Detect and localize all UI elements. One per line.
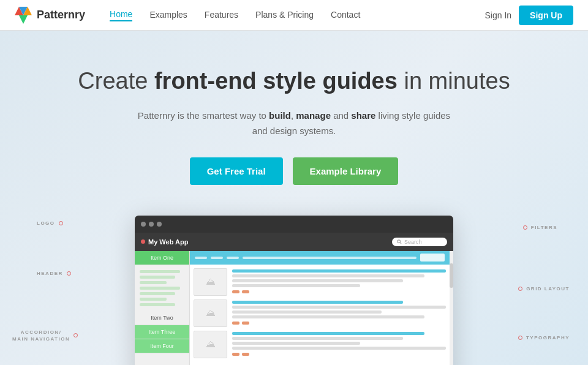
logo-text: Patternry (37, 9, 85, 21)
nav-features[interactable]: Features (205, 10, 238, 21)
annotation-filters-dot (523, 225, 527, 230)
sign-up-button[interactable]: Sign Up (519, 6, 573, 25)
annotation-grid: GRID LAYOUT (518, 286, 570, 292)
nav-right: Sign In Sign Up (485, 6, 573, 25)
card-image-icon-2: ⛰ (206, 307, 216, 318)
sign-in-link[interactable]: Sign In (485, 10, 512, 20)
browser-content: Item One Item Two (135, 251, 453, 365)
browser-search: Search (392, 238, 447, 246)
logo-area: Patternry (15, 7, 85, 24)
nav-examples[interactable]: Examples (149, 10, 187, 21)
card-tags-1 (232, 290, 446, 293)
browser-dots (141, 222, 162, 227)
annotation-header: HEADER (37, 271, 71, 276)
annotation-accordion-dot (74, 333, 78, 337)
sidebar-item-two: Item Two (135, 311, 189, 325)
sidebar-nav: Item One Item Two (135, 251, 190, 365)
content-card-1: ⛰ (194, 268, 446, 296)
get-free-trial-button[interactable]: Get Free Trial (190, 157, 283, 185)
card-image-icon-1: ⛰ (206, 276, 216, 287)
card-image-icon-3: ⛰ (206, 339, 216, 350)
hero-title: Create front-end style guides in minutes (0, 67, 588, 96)
app-title: My Web App (141, 238, 188, 246)
nav-home[interactable]: Home (110, 9, 132, 21)
hero-buttons: Get Free Trial Example Library (0, 157, 588, 185)
nav-links: Home Examples Features Plans & Pricing C… (110, 9, 484, 21)
annotation-accordion: ACCORDION/MAIN NAVIGATION (12, 329, 78, 342)
logo-icon (15, 7, 32, 24)
sidebar-item-one: Item One (135, 251, 189, 265)
browser-titlebar (135, 216, 453, 233)
browser-appbar: My Web App Search (135, 233, 453, 251)
annotation-typography-dot (518, 336, 522, 340)
scrollbar-thumb (450, 263, 453, 288)
svg-point-4 (398, 239, 401, 243)
hero-subtitle: Patternry is the smartest way to build, … (135, 108, 453, 139)
nav-plans-pricing[interactable]: Plans & Pricing (255, 10, 314, 21)
browser-dot-2 (149, 222, 154, 227)
annotation-logo: LOGO (37, 220, 63, 226)
sidebar-item-four: Item Four (135, 339, 189, 353)
main-header-bar (190, 251, 450, 265)
sidebar-item-three: Item Three (135, 325, 189, 339)
browser-dot-1 (141, 222, 146, 227)
content-card-2: ⛰ (194, 299, 446, 327)
card-lines-1 (232, 268, 446, 293)
card-lines-3 (232, 331, 446, 356)
navbar: Patternry Home Examples Features Plans &… (0, 0, 588, 31)
annotation-filters: FILTERS (523, 225, 557, 230)
scrollbar (450, 251, 453, 365)
sidebar-text-lines (135, 265, 189, 311)
search-icon (397, 239, 402, 244)
app-title-dot (141, 239, 145, 244)
annotation-typography: TYPOGRAPHY (518, 335, 570, 341)
content-cards: ⛰ (190, 265, 450, 362)
card-image-2: ⛰ (194, 299, 227, 327)
annotation-grid-dot (518, 287, 522, 291)
content-card-3: ⛰ (194, 331, 446, 358)
browser-dot-3 (157, 222, 162, 227)
main-content-area: ⛰ (190, 251, 450, 365)
annotation-logo-dot (59, 221, 63, 225)
example-library-button[interactable]: Example Library (293, 157, 399, 185)
mockup-area: LOGO HEADER ACCORDION/MAIN NAVIGATION FI… (0, 216, 588, 365)
annotation-header-dot (67, 271, 71, 276)
hero-section: Create front-end style guides in minutes… (0, 31, 588, 365)
card-image-1: ⛰ (194, 268, 227, 296)
card-tags-2 (232, 322, 446, 325)
svg-marker-2 (19, 15, 28, 24)
svg-line-5 (400, 243, 401, 244)
nav-contact[interactable]: Contact (331, 10, 360, 21)
card-lines-2 (232, 299, 446, 325)
card-tags-3 (232, 353, 446, 356)
browser-mockup: My Web App Search Item One (135, 216, 453, 365)
card-image-3: ⛰ (194, 331, 227, 358)
